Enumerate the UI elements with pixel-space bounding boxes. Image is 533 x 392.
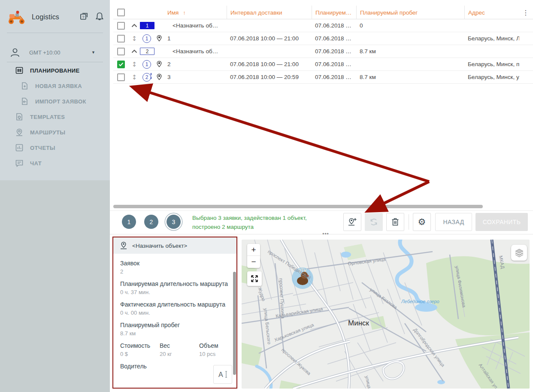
back-button[interactable]: НАЗАД bbox=[435, 213, 472, 231]
horizontal-scrollbar[interactable] bbox=[113, 205, 483, 208]
assign-unit-button[interactable] bbox=[343, 213, 361, 231]
drag-reorder-icon[interactable]: ↕ bbox=[129, 35, 140, 43]
row-checkbox[interactable] bbox=[117, 48, 125, 55]
svg-text:A: A bbox=[218, 371, 223, 378]
footer-divider bbox=[409, 214, 409, 230]
order-name: 1 bbox=[164, 35, 227, 42]
order-row[interactable]: ↕ 1 1 07.06.2018 10:00 — 21:00 07.06.201… bbox=[113, 32, 533, 45]
settings-button[interactable]: ⚙ bbox=[413, 213, 431, 231]
fullscreen-expand-icon bbox=[250, 274, 259, 283]
select-all-checkbox[interactable] bbox=[117, 9, 125, 16]
order-row[interactable]: ↕ 2 3 07.06.2018 10:00 — 20:59 07.06.201… bbox=[113, 71, 533, 84]
sidebar-item-import-orders[interactable]: ИМПОРТ ЗАЯВОК bbox=[0, 94, 110, 109]
field-value: 10 pcs bbox=[199, 351, 218, 357]
sidebar-divider bbox=[7, 33, 103, 33]
assign-unit-icon bbox=[347, 217, 357, 227]
sidebar-item-planning[interactable]: ПЛАНИРОВАНИЕ bbox=[0, 63, 110, 78]
order-name: 2 bbox=[164, 61, 227, 67]
zoom-out-button[interactable]: − bbox=[247, 256, 260, 268]
column-header-name[interactable]: Имя↑ bbox=[164, 6, 227, 19]
route-name[interactable]: <Назначить об… bbox=[164, 48, 227, 55]
collapse-chevron-icon[interactable] bbox=[129, 24, 140, 27]
map-view[interactable]: Минскпроспект ПобедителейОрловская улица… bbox=[242, 240, 530, 389]
field-value: 0 ч. 00 мин. bbox=[120, 310, 230, 316]
templates-icon bbox=[15, 112, 24, 122]
field-value: 0 $ bbox=[120, 351, 160, 357]
panel-scrollbar[interactable] bbox=[233, 272, 236, 375]
delete-button[interactable] bbox=[386, 213, 404, 231]
step-1-button[interactable]: 1 bbox=[122, 215, 136, 229]
step-3-button-active[interactable]: 3 bbox=[167, 215, 181, 229]
rename-route-button[interactable]: A bbox=[213, 365, 232, 384]
reports-chart-icon bbox=[15, 143, 24, 152]
fullscreen-button[interactable] bbox=[247, 271, 262, 286]
cell-planned: 07.06.2018 … bbox=[312, 22, 356, 29]
route-group-row[interactable]: 2 <Назначить об… 07.06.2018 … 8.7 км bbox=[113, 45, 533, 58]
user-icon bbox=[10, 47, 20, 58]
gear-icon: ⚙ bbox=[418, 218, 426, 227]
save-button-disabled[interactable]: СОХРАНИТЬ bbox=[475, 213, 528, 231]
drag-reorder-icon[interactable]: ↕ bbox=[129, 61, 140, 68]
svg-text:?: ? bbox=[82, 15, 84, 19]
map-street-label: улица Бельского bbox=[263, 308, 272, 345]
route-name[interactable]: <Назначить об… bbox=[164, 22, 227, 29]
column-header-mileage[interactable]: Планируемый пробег bbox=[356, 6, 464, 19]
refresh-icon bbox=[369, 217, 379, 227]
help-icon[interactable]: ? bbox=[79, 12, 89, 23]
panel-resize-handle[interactable]: ••• bbox=[319, 232, 332, 237]
location-pin-icon bbox=[154, 35, 164, 42]
location-pin-icon bbox=[154, 61, 164, 68]
sort-ascending-icon: ↑ bbox=[183, 9, 186, 16]
table-header-row: Имя↑ Интервал доставки Планируем… Планир… bbox=[113, 6, 533, 19]
order-row-selected[interactable]: ↕ 1 2 07.06.2018 10:00 — 21:00 07.06.201… bbox=[113, 58, 533, 71]
route-stop-connector bbox=[151, 73, 151, 79]
field-value: 8.7 км bbox=[120, 330, 230, 337]
route-assignee-title: <Назначить объект> bbox=[132, 243, 187, 249]
cell-mileage: 0 bbox=[356, 22, 464, 29]
route-summary-header[interactable]: <Назначить объект> bbox=[113, 237, 236, 254]
map-layers-button[interactable] bbox=[511, 245, 527, 261]
row-checkbox-checked[interactable] bbox=[117, 61, 125, 68]
column-settings-menu-icon[interactable]: ⋮ bbox=[519, 9, 532, 17]
column-header-interval[interactable]: Интервал доставки bbox=[227, 6, 312, 19]
cell-address: Беларусь, Минск, улица bbox=[464, 74, 519, 80]
import-orders-icon bbox=[20, 97, 29, 106]
row-checkbox[interactable] bbox=[117, 22, 125, 30]
cell-planned: 07.06.2018 … bbox=[312, 48, 356, 55]
sidebar-menu: ПЛАНИРОВАНИЕ НОВАЯ ЗАЯВКА ИМПОРТ ЗАЯВОК … bbox=[0, 63, 110, 171]
user-timezone-selector[interactable]: GMT +10:00 ▼ bbox=[0, 43, 110, 62]
notifications-bell-icon[interactable] bbox=[95, 12, 104, 23]
row-checkbox[interactable] bbox=[117, 73, 125, 81]
field-label: Стоимость bbox=[120, 342, 160, 349]
map-zoom-control: + − bbox=[247, 244, 260, 268]
row-checkbox[interactable] bbox=[117, 35, 125, 43]
timezone-value: GMT +10:00 bbox=[29, 49, 91, 56]
rebuild-routes-button-disabled[interactable] bbox=[365, 213, 383, 231]
chat-icon bbox=[15, 158, 24, 168]
sidebar-item-routes[interactable]: МАРШРУТЫ bbox=[0, 125, 110, 140]
layers-icon bbox=[514, 248, 524, 258]
app-title: Logistics bbox=[32, 13, 79, 21]
location-pin-icon bbox=[154, 73, 164, 81]
column-header-address[interactable]: Адрес bbox=[464, 6, 519, 19]
sidebar-item-templates[interactable]: TEMPLATES bbox=[0, 109, 110, 125]
routes-icon bbox=[15, 128, 24, 137]
drag-reorder-icon[interactable]: ↕ bbox=[129, 73, 140, 81]
sidebar-item-chat[interactable]: ЧАТ bbox=[0, 155, 110, 171]
field-value: 20 кг bbox=[160, 351, 199, 357]
route-badge[interactable]: 1 bbox=[140, 22, 154, 29]
sidebar-item-reports[interactable]: ОТЧЕТЫ bbox=[0, 140, 110, 155]
sidebar-item-new-order[interactable]: НОВАЯ ЗАЯВКА bbox=[0, 78, 110, 94]
trash-icon bbox=[391, 217, 400, 227]
collapse-chevron-icon[interactable] bbox=[129, 49, 140, 53]
column-header-planned[interactable]: Планируем… bbox=[312, 6, 356, 19]
map-street-label: проспект Жукова bbox=[281, 347, 312, 377]
route-group-row[interactable]: 1 <Назначить об… 07.06.2018 … 0 bbox=[113, 19, 533, 32]
zoom-in-button[interactable]: + bbox=[247, 244, 260, 256]
step-2-button[interactable]: 2 bbox=[144, 215, 158, 229]
sidebar-divider bbox=[7, 62, 103, 62]
logistics-logo-icon bbox=[7, 10, 26, 24]
route-badge[interactable]: 2 bbox=[140, 48, 154, 55]
field-label: Планируемый пробег bbox=[120, 322, 230, 328]
stop-number-circle: 1 bbox=[142, 60, 151, 69]
